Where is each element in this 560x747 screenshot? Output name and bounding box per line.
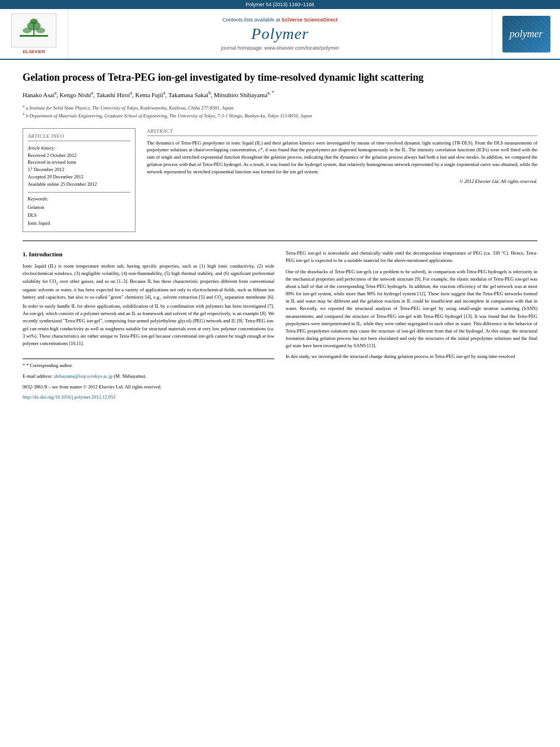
- author-mitsuhiro: Mitsuhiro Shibayama: [214, 91, 268, 98]
- article-history: Article history: Received 2 October 2012…: [28, 145, 130, 188]
- email-address: shibayama@issp.u-tokyo.ac.jp: [54, 373, 112, 379]
- body-col-right: Tetra-PEG ion-gel is nonvolatile and che…: [286, 250, 537, 404]
- affiliation-b: b b Department of Materials Engineering,…: [23, 111, 537, 120]
- keyword-ionic-liquid: Ionic liquid: [28, 220, 130, 228]
- svg-point-3: [23, 28, 32, 33]
- abstract-text: The dynamics of Tetra-PEG prepolymer in …: [147, 139, 537, 176]
- article-title: Gelation process of Tetra-PEG ion-gel in…: [23, 71, 537, 84]
- article-container: Gelation process of Tetra-PEG ion-gel in…: [0, 60, 560, 416]
- corresponding-author-note: * * Corresponding author.: [23, 362, 274, 369]
- author-takashi: Takashi Hiroi: [96, 91, 130, 98]
- author-hanako: Hanako Asai: [23, 91, 55, 98]
- keyword-dls: DLS: [28, 212, 130, 220]
- polymer-brand-area: polymer: [492, 9, 560, 59]
- affiliation-a: a a Institute for Solid State Physics, T…: [23, 103, 537, 112]
- author-takamasa: Takamasa Sakai: [168, 91, 208, 98]
- journal-name: Polymer: [251, 25, 309, 43]
- journal-citation-text: Polymer 54 (2013) 1160–1166: [246, 2, 314, 7]
- section-divider: [23, 241, 537, 241]
- right-para-1: Tetra-PEG ion-gel is nonvolatile and che…: [286, 250, 537, 264]
- body-col-left: 1. Introduction Ionic liquid (IL) is roo…: [23, 250, 274, 404]
- author-kengo: Kengo Nishi: [60, 91, 91, 98]
- author-takashi-sup: a: [130, 90, 132, 95]
- author-mitsuhiro-sup: a, *: [268, 90, 274, 95]
- sciverse-link: Contents lists available at SciVerse Sci…: [222, 17, 338, 23]
- sciverse-text: SciVerse ScienceDirect: [281, 17, 338, 23]
- polymer-brand-logo: polymer: [502, 16, 550, 53]
- author-kenta: Kenta Fujii: [135, 91, 163, 98]
- journal-homepage: journal homepage: www.elsevier.com/locat…: [221, 45, 339, 51]
- author-hanako-sup: a: [55, 90, 57, 95]
- article-info-column: ARTICLE INFO Article history: Received 2…: [23, 128, 135, 233]
- info-abstract-section: ARTICLE INFO Article history: Received 2…: [23, 128, 537, 233]
- journal-citation-banner: Polymer 54 (2013) 1160–1166: [0, 0, 560, 9]
- elsevier-logo-area: ELSEVIER: [0, 9, 68, 59]
- keywords-section: Keywords: Gelation DLS Ionic liquid: [28, 192, 130, 227]
- history-label: Article history:: [28, 146, 55, 151]
- abstract-section: ABSTRACT The dynamics of Tetra-PEG prepo…: [147, 128, 537, 185]
- elsevier-logo: ELSEVIER: [11, 14, 56, 54]
- revised-date: Received in revised formReceived in revi…: [28, 159, 130, 173]
- body-content: 1. Introduction Ionic liquid (IL) is roo…: [23, 250, 537, 404]
- abstract-column: ABSTRACT The dynamics of Tetra-PEG prepo…: [147, 128, 537, 233]
- abstract-heading: ABSTRACT: [147, 128, 537, 136]
- intro-para-1: Ionic liquid (IL) is room temperature mo…: [23, 263, 274, 347]
- doi-link: http://dx.doi.org/10.1016/j.polymer.2012…: [23, 394, 274, 401]
- received-date: Received 2 October 2012: [28, 152, 130, 159]
- accepted-date: Accepted 20 December 2012: [28, 173, 130, 181]
- right-para-2: One of the drawbacks of Tetra-PEG ion-ge…: [286, 268, 537, 350]
- svg-point-5: [30, 19, 38, 24]
- intro-section-title: 1. Introduction: [23, 250, 274, 259]
- right-para-3: In this study, we investigated the struc…: [286, 353, 537, 360]
- email-note: E-mail address: shibayama@issp.u-tokyo.a…: [23, 373, 274, 380]
- svg-rect-0: [20, 35, 48, 37]
- article-info-heading: ARTICLE INFO: [28, 133, 130, 141]
- journal-title-area: Contents lists available at SciVerse Sci…: [68, 9, 492, 59]
- polymer-brand-text: polymer: [510, 28, 543, 40]
- issn-note: 0032-3861/$ – see front matter © 2012 El…: [23, 383, 274, 391]
- affiliations: a a Institute for Solid State Physics, T…: [23, 103, 537, 120]
- author-kengo-sup: a: [91, 90, 94, 95]
- journal-header: ELSEVIER Contents lists available at Sci…: [0, 9, 560, 60]
- online-date: Available online 25 December 2012: [28, 181, 130, 188]
- keywords-label: Keywords:: [28, 196, 130, 202]
- article-info-box: ARTICLE INFO Article history: Received 2…: [23, 128, 135, 233]
- author-takamasa-sup: b: [208, 90, 211, 95]
- footnote-area: * * Corresponding author. E-mail address…: [23, 359, 274, 401]
- elsevier-wordmark: ELSEVIER: [11, 49, 56, 54]
- copyright-notice: © 2012 Elsevier Ltd. All rights reserved…: [147, 178, 537, 184]
- svg-point-4: [36, 28, 45, 33]
- authors-line: Hanako Asaia, Kengo Nishia, Takashi Hiro…: [23, 90, 537, 99]
- author-kenta-sup: a: [163, 90, 165, 95]
- keyword-gelation: Gelation: [28, 204, 130, 212]
- elsevier-logo-image: [11, 14, 56, 47]
